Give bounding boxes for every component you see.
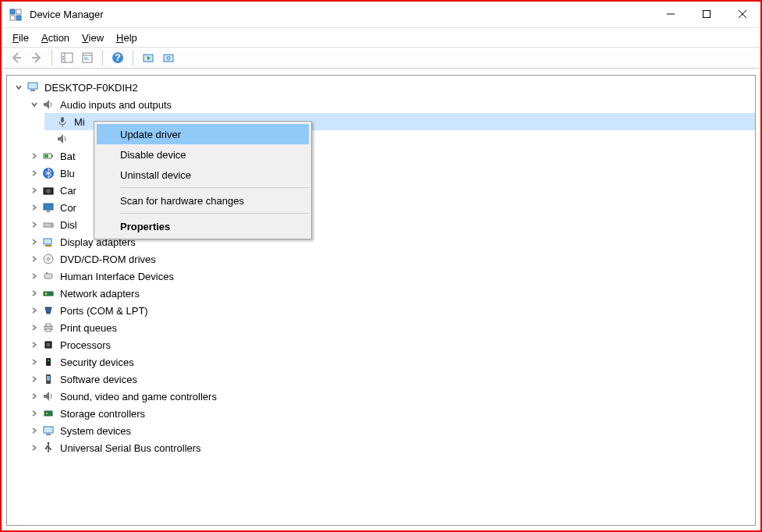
context-scan-hardware[interactable]: Scan for hardware changes — [97, 190, 309, 211]
computer-icon — [26, 80, 40, 94]
svg-rect-34 — [44, 204, 53, 210]
toolbar-separator — [102, 50, 103, 66]
network-icon — [41, 286, 55, 300]
software-icon — [41, 372, 55, 386]
category-label: Ports (COM & LPT) — [60, 305, 148, 317]
back-button[interactable] — [8, 49, 25, 66]
monitor-icon — [41, 200, 55, 215]
category-label: Bat — [60, 151, 76, 162]
svg-point-52 — [48, 360, 49, 361]
tree-category-audio[interactable]: Audio inputs and outputs — [29, 96, 755, 113]
tree-category[interactable]: Universal Serial Bus controllers — [29, 439, 755, 456]
tree-category[interactable]: Print queues — [29, 319, 755, 336]
display-adapter-icon — [41, 235, 55, 249]
category-label: Car — [60, 185, 76, 197]
tree-category[interactable]: Processors — [29, 336, 755, 353]
tree-category[interactable]: Security devices — [29, 353, 755, 371]
expand-icon[interactable] — [29, 339, 40, 350]
svg-rect-38 — [44, 239, 51, 244]
expand-icon[interactable] — [29, 236, 40, 247]
help-button[interactable]: ? — [109, 49, 126, 66]
svg-rect-59 — [46, 434, 51, 435]
tree-category[interactable]: System devices — [29, 422, 755, 439]
expand-icon[interactable] — [29, 168, 40, 179]
svg-rect-20 — [164, 55, 173, 62]
collapse-icon[interactable] — [13, 82, 24, 93]
window-title: Device Manager — [30, 9, 104, 20]
menubar: File Action View Help — [2, 28, 760, 47]
show-hide-tree-button[interactable] — [58, 49, 76, 66]
svg-rect-5 — [704, 11, 711, 18]
context-item-label: Scan for hardware changes — [120, 195, 244, 207]
menu-file[interactable]: File — [12, 32, 29, 44]
tree-category[interactable]: Sound, video and game controllers — [29, 388, 755, 405]
expand-icon[interactable] — [29, 425, 40, 436]
toolbar-separator — [133, 50, 133, 66]
svg-rect-39 — [45, 245, 51, 246]
expand-icon[interactable] — [29, 408, 40, 419]
expand-icon[interactable] — [29, 374, 40, 385]
tree-root[interactable]: DESKTOP-F0KDIH2 — [13, 79, 755, 96]
expand-icon[interactable] — [29, 322, 40, 333]
toolbar-separator — [51, 50, 52, 66]
svg-rect-50 — [47, 343, 50, 346]
bluetooth-icon — [41, 166, 55, 180]
view-button[interactable] — [160, 49, 177, 66]
printer-icon — [41, 321, 55, 335]
svg-rect-43 — [46, 272, 48, 274]
tree-category[interactable]: Software devices — [29, 371, 755, 388]
context-properties[interactable]: Properties — [97, 216, 309, 236]
svg-rect-35 — [47, 211, 50, 212]
tree-category[interactable]: Ports (COM & LPT) — [29, 302, 755, 319]
expand-icon[interactable] — [29, 305, 40, 316]
svg-rect-45 — [45, 293, 47, 295]
tree-category[interactable]: Storage controllers — [29, 405, 755, 422]
expand-icon[interactable] — [29, 219, 40, 230]
tree-category[interactable]: Human Interface Devices — [29, 268, 755, 285]
expand-icon[interactable] — [29, 202, 40, 213]
svg-rect-2 — [10, 16, 15, 20]
tree-category[interactable]: DVD/CD-ROM drives — [29, 250, 755, 268]
window-controls — [653, 2, 760, 27]
svg-rect-56 — [44, 411, 52, 416]
svg-point-33 — [47, 190, 51, 193]
expand-icon[interactable] — [29, 151, 40, 161]
expand-icon[interactable] — [29, 254, 40, 264]
menu-view[interactable]: View — [82, 32, 104, 44]
context-uninstall-device[interactable]: Uninstall device — [97, 165, 309, 185]
properties-button[interactable] — [79, 49, 96, 66]
maximize-button[interactable] — [689, 2, 725, 27]
microphone-icon — [55, 115, 69, 129]
svg-rect-48 — [46, 329, 51, 332]
expand-icon[interactable] — [29, 356, 40, 367]
expand-icon[interactable] — [29, 288, 40, 299]
collapse-icon[interactable] — [29, 99, 40, 110]
toolbar: ? — [2, 47, 760, 69]
menu-help[interactable]: Help — [116, 32, 137, 44]
expand-icon[interactable] — [29, 185, 40, 196]
category-label: DVD/CD-ROM drives — [60, 254, 156, 265]
storage-icon — [41, 406, 55, 420]
menu-action[interactable]: Action — [41, 32, 69, 44]
titlebar: Device Manager — [2, 2, 760, 28]
usb-icon — [41, 441, 55, 455]
context-separator — [120, 213, 309, 214]
expand-icon[interactable] — [29, 391, 40, 402]
camera-icon — [41, 183, 55, 197]
close-button[interactable] — [725, 2, 760, 27]
expand-icon[interactable] — [29, 442, 40, 453]
expand-icon[interactable] — [29, 271, 40, 282]
scan-hardware-button[interactable] — [140, 49, 157, 66]
context-update-driver[interactable]: Update driver — [97, 124, 309, 144]
category-label: Print queues — [60, 322, 117, 334]
forward-button[interactable] — [28, 49, 45, 66]
category-label: Audio inputs and outputs — [60, 99, 172, 111]
system-icon — [41, 424, 55, 438]
device-label: Mi — [74, 116, 85, 128]
context-disable-device[interactable]: Disable device — [97, 144, 309, 165]
tree-category[interactable]: Network adapters — [29, 285, 755, 302]
category-label: Disl — [60, 219, 77, 231]
svg-rect-1 — [16, 9, 21, 14]
cd-icon — [41, 252, 55, 266]
minimize-button[interactable] — [653, 2, 689, 27]
